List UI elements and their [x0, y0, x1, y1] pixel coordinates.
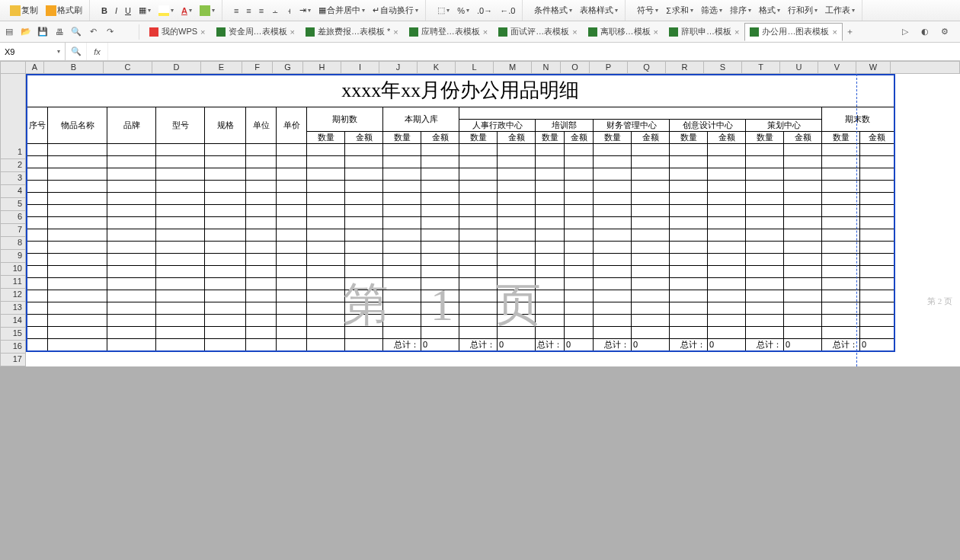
cell[interactable]: 0	[708, 338, 746, 351]
cell[interactable]	[536, 192, 565, 204]
column-header[interactable]: V	[818, 61, 856, 74]
cell[interactable]	[48, 277, 107, 290]
cell[interactable]	[48, 302, 107, 314]
cell[interactable]: 总计：	[383, 338, 421, 351]
cell[interactable]	[246, 216, 277, 229]
cell[interactable]	[860, 277, 894, 290]
cell[interactable]	[48, 180, 107, 192]
cell[interactable]	[383, 326, 421, 338]
cell[interactable]	[784, 302, 822, 314]
cell[interactable]	[205, 204, 246, 216]
cell[interactable]	[307, 216, 345, 229]
rowcol-button[interactable]: 行和列	[786, 4, 820, 17]
cell[interactable]	[565, 277, 594, 290]
cell[interactable]	[246, 143, 277, 155]
cell[interactable]	[307, 155, 345, 168]
row-header[interactable]: 15	[0, 328, 26, 341]
cell[interactable]	[632, 143, 670, 155]
cell[interactable]	[156, 216, 205, 229]
cell[interactable]	[459, 155, 498, 168]
cell[interactable]	[708, 192, 746, 204]
valign-top-button[interactable]: ⫠	[269, 5, 282, 16]
cell[interactable]	[421, 302, 459, 314]
search-icon[interactable]: 🔍	[66, 43, 87, 60]
cell[interactable]	[708, 326, 746, 338]
cell[interactable]	[822, 314, 860, 326]
cell[interactable]	[345, 338, 383, 351]
cell[interactable]	[536, 180, 565, 192]
cell[interactable]	[205, 265, 246, 277]
cell[interactable]	[459, 204, 498, 216]
underline-button[interactable]: U	[123, 5, 133, 16]
valign-mid-button[interactable]: ⫞	[285, 5, 294, 16]
cell[interactable]	[307, 277, 345, 290]
cell[interactable]	[205, 326, 246, 338]
cell[interactable]	[594, 265, 632, 277]
increase-decimal-button[interactable]: .0→	[475, 5, 494, 16]
cell[interactable]	[459, 265, 498, 277]
cell[interactable]	[822, 229, 860, 241]
cell[interactable]	[565, 229, 594, 241]
cell[interactable]	[632, 265, 670, 277]
reading-mode-icon[interactable]: ▷	[898, 24, 913, 40]
cell[interactable]	[536, 204, 565, 216]
cell[interactable]	[383, 192, 421, 204]
cell[interactable]	[205, 229, 246, 241]
cell[interactable]	[784, 277, 822, 290]
cell[interactable]	[498, 326, 536, 338]
wrap-text-button[interactable]: ↵ 自动换行	[370, 4, 421, 17]
tab-doc-5[interactable]: 离职移…模板×	[583, 23, 664, 41]
cell[interactable]	[48, 338, 107, 351]
tab-doc-3[interactable]: 应聘登…表模板×	[404, 23, 493, 41]
cell[interactable]: 总计：	[746, 338, 784, 351]
cell[interactable]	[48, 229, 107, 241]
cell[interactable]	[594, 302, 632, 314]
cell[interactable]	[48, 253, 107, 265]
cell[interactable]	[860, 155, 894, 168]
cell[interactable]	[565, 253, 594, 265]
cell[interactable]	[205, 168, 246, 180]
row-header[interactable]: 6	[0, 211, 26, 224]
decrease-decimal-button[interactable]: ←.0	[498, 5, 517, 16]
sort-button[interactable]: 排序	[728, 4, 754, 17]
cell[interactable]	[565, 155, 594, 168]
cell[interactable]	[459, 192, 498, 204]
cell[interactable]	[205, 155, 246, 168]
cell[interactable]	[746, 192, 784, 204]
bold-button[interactable]: B	[99, 5, 110, 16]
cell[interactable]	[246, 338, 277, 351]
cell[interactable]	[860, 290, 894, 302]
fill-color-button[interactable]	[156, 5, 176, 17]
cell[interactable]	[107, 326, 156, 338]
preview-icon[interactable]: 🔍	[69, 24, 84, 40]
cell[interactable]	[822, 302, 860, 314]
cell[interactable]	[246, 302, 277, 314]
cell[interactable]	[246, 168, 277, 180]
cell[interactable]	[536, 277, 565, 290]
cell[interactable]	[246, 265, 277, 277]
cell[interactable]	[421, 155, 459, 168]
cell[interactable]	[670, 253, 708, 265]
cell[interactable]	[246, 326, 277, 338]
cell[interactable]	[107, 265, 156, 277]
cell[interactable]	[594, 180, 632, 192]
cell[interactable]	[670, 277, 708, 290]
tab-doc-2[interactable]: 差旅费报…表模板 *×	[300, 23, 404, 41]
cell[interactable]	[246, 192, 277, 204]
close-icon[interactable]: ×	[200, 27, 205, 37]
cell[interactable]	[498, 192, 536, 204]
cell[interactable]	[156, 241, 205, 253]
new-doc-icon[interactable]: ▤	[2, 24, 17, 40]
chevron-down-icon[interactable]: ▾	[57, 48, 60, 55]
cell[interactable]	[594, 253, 632, 265]
cell[interactable]	[307, 338, 345, 351]
column-header[interactable]: O	[561, 61, 590, 74]
cell[interactable]	[536, 326, 565, 338]
cell[interactable]	[565, 241, 594, 253]
cell[interactable]	[670, 155, 708, 168]
column-header[interactable]: J	[379, 61, 418, 74]
cell[interactable]	[383, 314, 421, 326]
cell[interactable]	[459, 216, 498, 229]
cell[interactable]	[594, 216, 632, 229]
cell[interactable]	[708, 204, 746, 216]
